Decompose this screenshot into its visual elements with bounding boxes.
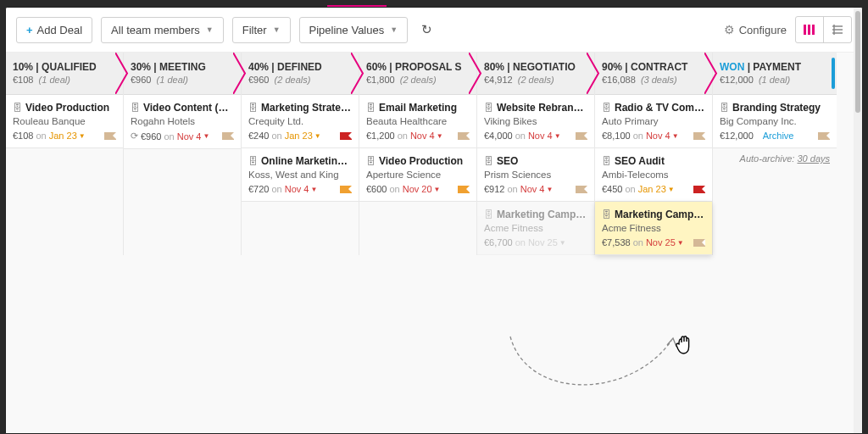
flag-icon bbox=[693, 239, 705, 247]
deal-price: €7,538 bbox=[602, 237, 631, 248]
deal-card[interactable]: 🗄Email Marketing Beauta Healthcare €1,20… bbox=[359, 95, 476, 148]
briefcase-icon: 🗄 bbox=[131, 103, 140, 113]
deal-price: €240 bbox=[248, 131, 269, 141]
flag-icon bbox=[458, 186, 470, 193]
plus-icon: + bbox=[26, 24, 33, 36]
deal-price: €600 bbox=[366, 184, 387, 194]
deal-price: €912 bbox=[484, 184, 504, 194]
deal-title: Marketing Campa... bbox=[497, 209, 587, 220]
briefcase-icon: 🗄 bbox=[13, 103, 22, 113]
list-view-button[interactable] bbox=[823, 17, 851, 42]
deal-company: Koss, West and King bbox=[248, 170, 352, 180]
deal-company: Crequity Ltd. bbox=[248, 116, 352, 126]
deal-title: Video Content (M... bbox=[143, 102, 234, 114]
flag-icon bbox=[340, 132, 352, 140]
deal-date[interactable]: Jan 23▼ bbox=[638, 184, 675, 194]
deal-company: Beauta Healthcare bbox=[366, 116, 470, 126]
deal-card[interactable]: 🗄SEO Prism Sciences €912onNov 4▼ bbox=[477, 148, 594, 202]
deal-title: Branding Strategy bbox=[732, 102, 821, 114]
flag-icon bbox=[222, 132, 234, 140]
deal-price: €8,100 bbox=[602, 131, 631, 141]
deal-title: Radio & TV Comm... bbox=[615, 102, 705, 114]
deal-price: €108 bbox=[13, 131, 33, 141]
pipeline-values-dropdown[interactable]: Pipeline Values ▼ bbox=[299, 17, 409, 43]
briefcase-icon: 🗄 bbox=[366, 103, 376, 113]
briefcase-icon: 🗄 bbox=[602, 103, 611, 113]
deal-card[interactable]: 🗄SEO Audit Ambi-Telecoms €450onJan 23▼ bbox=[595, 148, 712, 202]
deal-card[interactable]: 🗄Radio & TV Comm... Auto Primary €8,100o… bbox=[595, 95, 712, 148]
chevron-down-icon: ▼ bbox=[390, 25, 398, 34]
flag-icon bbox=[693, 186, 705, 193]
flag-icon bbox=[340, 186, 352, 193]
team-filter-dropdown[interactable]: All team members ▼ bbox=[101, 17, 224, 43]
pipeline-values-label: Pipeline Values bbox=[309, 24, 385, 36]
scrollbar-thumb[interactable] bbox=[855, 11, 860, 113]
deal-date[interactable]: Nov 25▼ bbox=[646, 237, 684, 248]
briefcase-icon: 🗄 bbox=[484, 209, 493, 220]
deal-card[interactable]: 🗄Video Production Aperture Science €600o… bbox=[359, 148, 476, 202]
svg-rect-2 bbox=[812, 25, 815, 35]
stage-header[interactable]: 80% | NEGOTIATIO €4,912 (2 deals) bbox=[477, 53, 594, 95]
stage-column-won-payment: WON | PAYMENT €12,000 (1 deal) 🗄Branding… bbox=[713, 53, 837, 255]
deal-date[interactable]: Jan 23▼ bbox=[49, 131, 86, 141]
stage-header[interactable]: 90% | CONTRACT €16,088 (3 deals) bbox=[595, 53, 712, 95]
filter-dropdown[interactable]: Filter ▼ bbox=[232, 17, 291, 43]
deal-title: Online Marketing ... bbox=[261, 155, 352, 167]
deal-title: SEO bbox=[497, 155, 518, 167]
deal-company: Acme Fitness bbox=[602, 223, 705, 233]
deal-card-dragging[interactable]: 🗄Marketing Campa... Acme Fitness €7,538o… bbox=[595, 202, 712, 255]
stage-header[interactable]: 10% | QUALIFIED €108 (1 deal) bbox=[6, 53, 123, 95]
deal-card[interactable]: 🗄Online Marketing ... Koss, West and Kin… bbox=[242, 148, 359, 202]
auto-archive-days[interactable]: 30 days bbox=[797, 153, 830, 164]
deal-title: Marketing Strategy bbox=[261, 102, 352, 114]
deal-date[interactable]: Nov 4▼ bbox=[285, 184, 318, 194]
view-toggle bbox=[795, 16, 852, 43]
deal-date[interactable]: Nov 4▼ bbox=[177, 131, 210, 142]
deal-date[interactable]: Nov 4▼ bbox=[646, 131, 679, 141]
deal-date[interactable]: Nov 4▼ bbox=[528, 131, 561, 141]
deal-title: SEO Audit bbox=[615, 155, 665, 167]
deal-company: Acme Fitness bbox=[484, 223, 587, 233]
deal-card[interactable]: 🗄Video Content (M... Rogahn Hotels ⟳€960… bbox=[124, 95, 241, 149]
stage-column-negotiation: 80% | NEGOTIATIO €4,912 (2 deals) 🗄Websi… bbox=[477, 53, 595, 255]
archive-link[interactable]: Archive bbox=[763, 131, 794, 141]
deal-title: Marketing Campa... bbox=[615, 209, 705, 220]
flag-icon bbox=[693, 132, 705, 140]
refresh-button[interactable]: ↻ bbox=[416, 17, 437, 42]
briefcase-icon: 🗄 bbox=[720, 103, 729, 113]
deal-date[interactable]: Jan 23▼ bbox=[285, 131, 321, 141]
add-deal-button[interactable]: + Add Deal bbox=[16, 17, 92, 43]
deal-card[interactable]: 🗄Branding Strategy Big Company Inc. €12,… bbox=[713, 95, 837, 148]
deal-card[interactable]: 🗄Marketing Strategy Crequity Ltd. €240on… bbox=[242, 95, 359, 148]
auto-archive-note: Auto-archive: 30 days bbox=[713, 148, 837, 169]
kanban-view-button[interactable] bbox=[796, 17, 823, 42]
deal-date[interactable]: Nov 4▼ bbox=[520, 184, 554, 194]
flag-icon bbox=[818, 132, 830, 140]
team-filter-label: All team members bbox=[111, 24, 200, 36]
drag-path-icon bbox=[493, 332, 688, 409]
flag-icon bbox=[104, 132, 116, 140]
deal-card[interactable]: 🗄Website Rebrandi... Viking Bikes €4,000… bbox=[477, 95, 594, 148]
stage-header[interactable]: 40% | DEFINED €960 (2 deals) bbox=[242, 53, 359, 95]
svg-rect-1 bbox=[808, 25, 810, 35]
deal-date[interactable]: Nov 20▼ bbox=[403, 184, 441, 194]
stage-header[interactable]: 60% | PROPOSAL S €1,800 (2 deals) bbox=[359, 53, 476, 95]
stage-header[interactable]: 30% | MEETING €960 (1 deal) bbox=[124, 53, 241, 95]
briefcase-icon: 🗄 bbox=[484, 156, 493, 166]
briefcase-icon: 🗄 bbox=[602, 156, 611, 166]
deal-price: €6,700 bbox=[484, 237, 513, 248]
deal-date[interactable]: Nov 4▼ bbox=[410, 131, 443, 141]
vertical-scrollbar[interactable] bbox=[854, 8, 862, 433]
deal-price: €12,000 bbox=[720, 131, 754, 141]
toolbar: + Add Deal All team members ▼ Filter ▼ P… bbox=[6, 8, 862, 53]
deal-company: Ambi-Telecoms bbox=[602, 170, 705, 180]
deal-card[interactable]: 🗄Video Production Rouleau Banque €108onJ… bbox=[6, 95, 123, 148]
svg-rect-0 bbox=[804, 25, 806, 35]
stage-header[interactable]: WON | PAYMENT €12,000 (1 deal) bbox=[713, 53, 837, 95]
add-deal-label: Add Deal bbox=[37, 24, 82, 36]
deal-price: €450 bbox=[602, 184, 622, 194]
briefcase-icon: 🗄 bbox=[248, 103, 258, 113]
configure-button[interactable]: ⚙ Configure bbox=[724, 23, 787, 36]
briefcase-icon: 🗄 bbox=[248, 156, 258, 166]
chevron-down-icon: ▼ bbox=[273, 25, 281, 34]
